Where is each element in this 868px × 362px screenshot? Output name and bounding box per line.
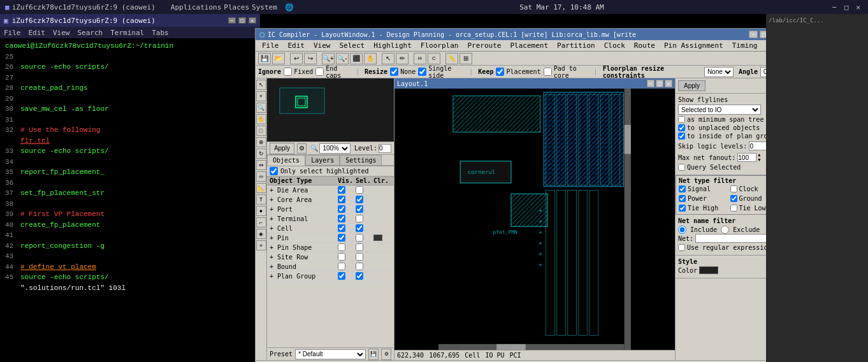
layout-view[interactable]: cornerul pfet_FMN + + + + bbox=[394, 89, 675, 350]
power-checkbox[interactable] bbox=[679, 195, 686, 202]
toolbar-zoom-out-btn[interactable]: 🔍- bbox=[336, 53, 349, 64]
plan-group-sel[interactable] bbox=[356, 272, 363, 280]
cell-sel[interactable] bbox=[356, 224, 363, 232]
tool-draw-rect[interactable]: □ bbox=[256, 126, 266, 136]
tool-wire[interactable]: ⌐ bbox=[256, 217, 266, 228]
zoom-select[interactable]: 100% bbox=[319, 143, 351, 154]
terminal-minimize[interactable]: − bbox=[228, 17, 236, 24]
tool-rotate[interactable]: ↻ bbox=[256, 148, 266, 159]
tool-move[interactable]: ⊕ bbox=[256, 137, 266, 147]
terminal-menu-view[interactable]: View bbox=[53, 29, 70, 37]
fanout-up-arrow[interactable]: ▲ bbox=[758, 152, 760, 157]
site-row-sel[interactable] bbox=[356, 253, 363, 261]
tab-settings[interactable]: Settings bbox=[340, 155, 382, 166]
pin-sel[interactable] bbox=[356, 234, 363, 242]
tool-pan[interactable]: ✋ bbox=[256, 114, 266, 124]
toolbar-select-btn[interactable]: ↖ bbox=[382, 53, 394, 64]
bound-sel[interactable] bbox=[356, 263, 363, 270]
fixed-checkbox[interactable] bbox=[284, 68, 292, 76]
menu-route[interactable]: Route bbox=[630, 41, 659, 50]
menu-clock[interactable]: Clock bbox=[600, 41, 629, 50]
toolbar-hier-btn[interactable]: H bbox=[414, 53, 426, 64]
tool-ruler[interactable]: 📐 bbox=[256, 183, 266, 193]
tool-crosshair[interactable]: + bbox=[256, 91, 266, 101]
none-checkbox[interactable] bbox=[390, 68, 398, 76]
terminal-menu-search[interactable]: Search bbox=[78, 29, 103, 37]
clock-checkbox[interactable] bbox=[730, 185, 737, 192]
terminal-menu-tabs[interactable]: Tabs bbox=[152, 29, 169, 37]
terminal-menu-file[interactable]: File bbox=[4, 29, 21, 37]
fanout-down-arrow[interactable]: ▼ bbox=[758, 157, 760, 163]
taskbar-places[interactable]: Places bbox=[224, 3, 249, 11]
to-inside-checkbox[interactable] bbox=[678, 133, 685, 140]
single-side-checkbox[interactable] bbox=[418, 68, 426, 76]
toolbar-undo-btn[interactable]: ↩ bbox=[290, 53, 303, 64]
pad-to-core-checkbox[interactable] bbox=[544, 68, 552, 76]
as-min-span-checkbox[interactable] bbox=[678, 116, 685, 123]
level-input[interactable] bbox=[379, 144, 391, 153]
toolbar-snap-btn[interactable]: ⊞ bbox=[459, 53, 472, 64]
menu-partition[interactable]: Partition bbox=[553, 41, 599, 50]
layout-maximize-btn[interactable]: □ bbox=[656, 80, 663, 87]
end-caps-checkbox[interactable] bbox=[315, 68, 324, 76]
core-area-sel[interactable] bbox=[356, 196, 363, 203]
menu-pin-assignment[interactable]: Pin Assignment bbox=[660, 41, 727, 50]
taskbar-apps[interactable]: Applications bbox=[171, 3, 221, 11]
layout-minimize-btn[interactable]: − bbox=[647, 80, 655, 87]
terminal-sel[interactable] bbox=[356, 215, 363, 222]
close-icon[interactable]: ✕ bbox=[853, 3, 863, 11]
terminal-menu-terminal[interactable]: Terminal bbox=[110, 29, 144, 37]
preset-save-btn[interactable]: 💾 bbox=[368, 349, 379, 360]
terminal-maximize[interactable]: □ bbox=[238, 17, 246, 24]
taskbar-controls[interactable]: − □ ✕ bbox=[830, 3, 863, 11]
menu-highlight[interactable]: Highlight bbox=[370, 41, 416, 50]
tab-objects[interactable]: Objects bbox=[267, 155, 305, 166]
query-selected-checkbox[interactable] bbox=[678, 164, 685, 171]
ground-checkbox[interactable] bbox=[730, 195, 737, 202]
apply-button[interactable]: Apply bbox=[678, 80, 705, 91]
menu-placement[interactable]: Placement bbox=[506, 41, 552, 50]
toolbar-pan-btn[interactable]: ✋ bbox=[364, 53, 377, 64]
include-radio[interactable] bbox=[678, 226, 686, 234]
max-fanout-input[interactable] bbox=[737, 153, 756, 162]
menu-timing[interactable]: Timing bbox=[728, 41, 762, 50]
toolbar-cell-btn[interactable]: C bbox=[428, 53, 440, 64]
use-regex-checkbox[interactable] bbox=[678, 244, 685, 251]
taskbar-system[interactable]: System bbox=[252, 3, 277, 11]
toolbar-save-btn[interactable]: 💾 bbox=[258, 53, 271, 64]
pin-vis[interactable] bbox=[338, 234, 345, 242]
ic-minimize-button[interactable]: − bbox=[749, 31, 758, 38]
tool-via[interactable]: ● bbox=[256, 206, 266, 216]
port-vis[interactable] bbox=[338, 205, 345, 213]
toolbar-zoom-in-btn[interactable]: 🔍+ bbox=[322, 53, 335, 64]
menu-file[interactable]: File bbox=[258, 41, 283, 50]
angle-select[interactable]: None bbox=[704, 67, 734, 77]
plan-group-vis[interactable] bbox=[338, 272, 345, 280]
tool-arrow[interactable]: ↖ bbox=[256, 80, 266, 90]
toolbar-ruler-btn[interactable]: 📏 bbox=[445, 53, 458, 64]
skip-logic-input[interactable] bbox=[749, 141, 768, 150]
tool-port[interactable]: ◈ bbox=[256, 229, 266, 239]
menu-floorplan[interactable]: Floorplan bbox=[417, 41, 463, 50]
tool-stretch[interactable]: ⬄ bbox=[256, 171, 266, 182]
pin-shape-sel[interactable] bbox=[356, 243, 363, 251]
to-unplaced-checkbox[interactable] bbox=[678, 124, 685, 131]
die-area-vis[interactable] bbox=[338, 186, 345, 194]
toolbar-redo-btn[interactable]: ↪ bbox=[304, 53, 317, 64]
toolbar-open-btn[interactable]: 📂 bbox=[272, 53, 285, 64]
placement-checkbox[interactable] bbox=[496, 68, 504, 76]
toolbar-fit-btn[interactable]: ⬛ bbox=[350, 53, 363, 64]
maximize-icon[interactable]: □ bbox=[842, 3, 851, 11]
tool-label[interactable]: T bbox=[256, 194, 266, 205]
signal-checkbox[interactable] bbox=[679, 185, 686, 192]
menu-preroute[interactable]: Preroute bbox=[463, 41, 505, 50]
port-sel[interactable] bbox=[356, 205, 363, 213]
tool-extra[interactable]: » bbox=[256, 240, 266, 250]
tie-low-checkbox[interactable] bbox=[730, 205, 737, 212]
tab-layers[interactable]: Layers bbox=[305, 155, 340, 166]
preset-select[interactable]: * Default bbox=[295, 349, 366, 359]
site-row-vis[interactable] bbox=[338, 253, 345, 261]
terminal-vis[interactable] bbox=[338, 215, 345, 222]
die-area-sel[interactable] bbox=[356, 186, 363, 194]
tie-high-checkbox[interactable] bbox=[679, 205, 686, 212]
